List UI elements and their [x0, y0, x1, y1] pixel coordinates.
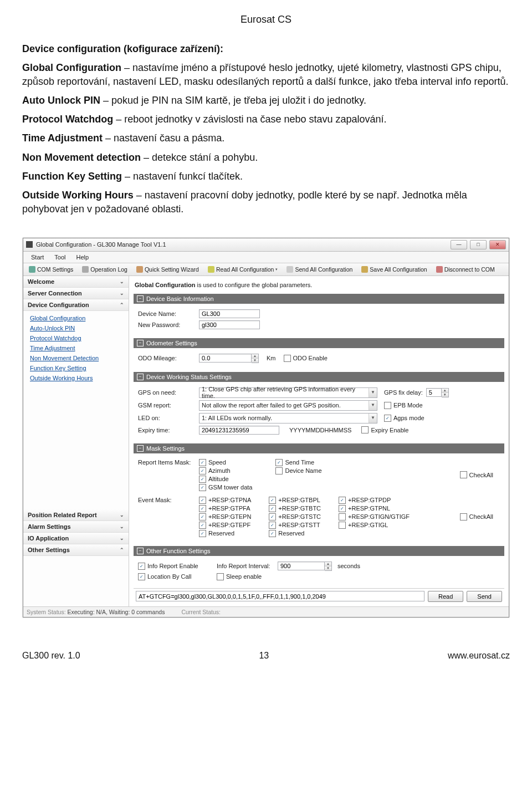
- app-window: Global Configuration - GL300 Manage Tool…: [23, 238, 509, 618]
- spinner-buttons[interactable]: ▲▼: [252, 354, 259, 363]
- cb-em-c1-2[interactable]: ✓+RESP:GTEPN: [199, 513, 251, 520]
- acc-io[interactable]: IO Application⌄: [23, 533, 129, 544]
- tb-read-all[interactable]: Read All Configuration ▾: [205, 265, 280, 274]
- cb-em-c2-0[interactable]: ✓+RESP:GTBPL: [269, 497, 321, 504]
- info-report-interval-input[interactable]: [278, 562, 325, 570]
- nav-outside-working[interactable]: Outside Working Hours: [30, 373, 129, 383]
- cb-device-name[interactable]: Device Name: [275, 467, 321, 474]
- nav-protocol-watchdog[interactable]: Protocol Watchdog: [30, 333, 129, 343]
- cb-info-report-enable[interactable]: ✓Info Report Enable: [138, 563, 210, 570]
- sec-working-status[interactable]: −Device Working Status Settings: [134, 372, 504, 382]
- device-name-input[interactable]: [199, 309, 260, 318]
- minimize-button[interactable]: —: [451, 240, 467, 249]
- system-status-value: Executing: N/A, Waiting: 0 commands: [68, 609, 165, 615]
- command-input[interactable]: [136, 591, 424, 601]
- footer-center: 13: [259, 651, 269, 661]
- sec-other-func[interactable]: −Other Function Settings: [134, 546, 504, 556]
- maximize-button[interactable]: □: [470, 240, 487, 249]
- acc-position-report[interactable]: Position Related Report⌄: [23, 509, 129, 521]
- nav-non-movement[interactable]: Non Movement Detection: [30, 353, 129, 363]
- led-on-combo[interactable]: 1: All LEDs work normally.▼: [199, 413, 377, 423]
- chevron-down-icon: ⌄: [120, 279, 124, 284]
- para-auto: Auto Unlock PIN – pokud je PIN na SIM ka…: [22, 94, 510, 107]
- footer-right: www.eurosat.cz: [448, 651, 510, 661]
- menu-help[interactable]: Help: [72, 253, 94, 262]
- new-password-input[interactable]: [199, 320, 260, 329]
- log-icon: [82, 266, 89, 273]
- agps-mode-checkbox[interactable]: ✓Agps mode: [384, 415, 424, 422]
- cb-speed[interactable]: ✓Speed: [199, 459, 252, 466]
- odo-mileage-input[interactable]: [199, 354, 252, 363]
- sec-device-basic[interactable]: −Device Basic Information: [134, 294, 504, 304]
- tb-disconnect[interactable]: Disconnect to COM: [433, 265, 498, 274]
- para-pw: Protocol Watchdog – reboot jednotky v zá…: [22, 113, 510, 126]
- expiry-format-label: YYYYMMDDHHMMSS: [289, 427, 351, 433]
- tb-operation-log[interactable]: Operation Log: [79, 265, 130, 274]
- nav-function-key[interactable]: Function Key Setting: [30, 363, 129, 373]
- epb-mode-checkbox[interactable]: EPB Mode: [384, 402, 423, 409]
- chevron-down-icon: ⌄: [120, 512, 124, 518]
- nav-global-config[interactable]: Global Configuration: [30, 313, 129, 323]
- spinner-buttons[interactable]: ▲▼: [325, 562, 332, 571]
- sec-mask[interactable]: −Mask Settings: [134, 443, 504, 453]
- gps-fix-delay-input[interactable]: [426, 388, 442, 397]
- collapse-icon: −: [137, 445, 144, 452]
- sec-odometer[interactable]: −Odometer Settings: [134, 338, 504, 348]
- cb-em-c2-3[interactable]: ✓+RESP:GTSTT: [269, 522, 321, 529]
- plug-icon: [436, 266, 443, 273]
- cb-gsm-tower[interactable]: ✓GSM tower data: [199, 484, 252, 491]
- cb-em-c1-3[interactable]: ✓+RESP:GTEPF: [199, 522, 251, 529]
- cb-em-c2-1[interactable]: ✓+RESP:GTBTC: [269, 505, 321, 512]
- gsm-report-combo[interactable]: Not allow the report after failed to get…: [199, 400, 377, 411]
- tb-com-settings[interactable]: COM Settings: [26, 265, 76, 274]
- acc-device-config[interactable]: Device Configuration⌃: [23, 299, 129, 311]
- cb-em-c1-4[interactable]: ✓Reserved: [199, 530, 251, 537]
- cb-em-c1-0[interactable]: ✓+RESP:GTPNA: [199, 497, 251, 504]
- menu-start[interactable]: Start: [27, 253, 48, 262]
- titlebar: Global Configuration - GL300 Manage Tool…: [23, 238, 509, 252]
- acc-other[interactable]: Other Settings⌃: [23, 544, 129, 556]
- acc-alarm[interactable]: Alarm Settings⌄: [23, 521, 129, 533]
- cb-em-c1-1[interactable]: ✓+RESP:GTPFA: [199, 505, 251, 512]
- cb-location-by-call[interactable]: ✓Location By Call: [138, 573, 210, 580]
- tb-save-all[interactable]: Save All Configuration: [359, 265, 429, 274]
- menu-tool[interactable]: Tool: [50, 253, 70, 262]
- gps-on-need-combo[interactable]: 1: Close GPS chip after retrieving GPS i…: [199, 387, 377, 398]
- cb-azimuth[interactable]: ✓Azimuth: [199, 467, 252, 474]
- close-button[interactable]: ✕: [489, 240, 506, 249]
- save-icon: [361, 266, 368, 273]
- footer-left: GL300 rev. 1.0: [22, 651, 80, 661]
- chevron-down-icon: ▼: [369, 388, 377, 397]
- nav-auto-unlock-pin[interactable]: Auto-Unlock PIN: [30, 323, 129, 333]
- heading: Device configuration (kofigurace zařízen…: [22, 42, 510, 55]
- tb-quick-wizard[interactable]: Quick Setting Wizard: [134, 265, 202, 274]
- expiry-time-input[interactable]: [199, 426, 279, 435]
- collapse-icon: −: [137, 548, 144, 554]
- expiry-enable-checkbox[interactable]: Expiry Enable: [361, 426, 408, 433]
- acc-welcome[interactable]: Welcome⌄: [23, 276, 129, 288]
- cb-sleep-enable[interactable]: Sleep enable: [217, 573, 262, 580]
- read-button[interactable]: Read: [428, 591, 463, 602]
- cb-em-c3-1[interactable]: ✓+RESP:GTPNL: [339, 505, 410, 512]
- cb-altitude[interactable]: ✓Altitude: [199, 476, 252, 483]
- nav-time-adjustment[interactable]: Time Adjustment: [30, 343, 129, 353]
- cb-em-c2-2[interactable]: ✓+RESP:GTSTC: [269, 513, 321, 520]
- para-global: Global Configuration – nastavíme jméno a…: [22, 61, 510, 88]
- cb-em-c2-4[interactable]: ✓Reserved: [269, 530, 321, 537]
- para-ta: Time Adjustment – nastavení času a pásma…: [22, 131, 510, 145]
- odo-enable-checkbox[interactable]: ODO Enable: [284, 355, 328, 362]
- cb-send-time[interactable]: ✓Send Time: [275, 459, 321, 466]
- info-report-interval-label: Info Report Interval:: [217, 563, 278, 569]
- acc-server[interactable]: Server Connection⌄: [23, 288, 129, 299]
- cb-em-c3-3[interactable]: +RESP:GTIGL: [339, 522, 410, 529]
- tb-send-all[interactable]: Send All Configuration: [284, 265, 355, 274]
- chevron-down-icon: ⌄: [120, 524, 124, 529]
- cb-checkall-em[interactable]: CheckAll: [460, 497, 493, 537]
- spinner-buttons[interactable]: ▲▼: [442, 388, 449, 397]
- cb-checkall-rim[interactable]: CheckAll: [460, 459, 493, 491]
- cb-em-c3-0[interactable]: ✓+RESP:GTPDP: [339, 497, 410, 504]
- cb-em-c3-2[interactable]: +RESP:GTIGN/GTIGF: [339, 513, 410, 520]
- send-button[interactable]: Send: [467, 591, 502, 602]
- sidebar: Welcome⌄ Server Connection⌄ Device Confi…: [23, 276, 129, 606]
- collapse-icon: −: [137, 374, 144, 380]
